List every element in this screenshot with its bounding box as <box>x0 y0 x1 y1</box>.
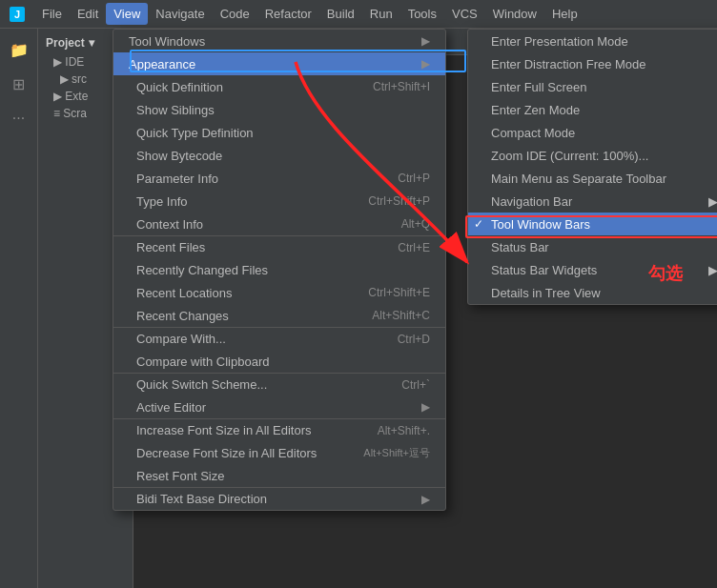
appearance-arrow: ▶ <box>421 57 430 71</box>
increase-font-shortcut: Alt+Shift+. <box>378 424 430 437</box>
view-compare-clipboard-item[interactable]: Compare with Clipboard <box>113 350 445 373</box>
compare-with-shortcut: Ctrl+D <box>398 333 430 346</box>
submenu-details-tree-view[interactable]: Details in Tree View <box>468 281 717 304</box>
type-info-label: Type Info <box>136 194 187 209</box>
context-info-label: Context Info <box>136 217 203 232</box>
compact-mode-label: Compact Mode <box>491 126 575 140</box>
view-show-bytecode-item[interactable]: Show Bytecode <box>113 144 445 167</box>
submenu-distraction-free[interactable]: Enter Distraction Free Mode <box>468 52 717 75</box>
view-show-siblings-item[interactable]: Show Siblings <box>113 98 445 121</box>
status-bar-widgets-label: Status Bar Widgets <box>491 263 597 277</box>
tool-windows-arrow: ▶ <box>421 34 430 48</box>
recent-files-shortcut: Ctrl+E <box>398 241 430 254</box>
navigation-bar-label: Navigation Bar <box>491 194 572 209</box>
submenu-zoom-ide[interactable]: Zoom IDE (Current: 100%)... <box>468 144 717 167</box>
bidi-label: Bidi Text Base Direction <box>136 492 267 506</box>
tool-window-bars-label: Tool Window Bars <box>491 217 590 232</box>
recent-locations-shortcut: Ctrl+Shift+E <box>368 286 430 299</box>
type-info-shortcut: Ctrl+Shift+P <box>368 194 430 208</box>
distraction-free-label: Enter Distraction Free Mode <box>491 57 646 71</box>
recent-locations-label: Recent Locations <box>136 286 232 300</box>
full-screen-label: Enter Full Screen <box>491 80 586 94</box>
reset-font-label: Reset Font Size <box>136 469 225 483</box>
context-info-shortcut: Alt+Q <box>401 217 430 231</box>
view-bidi-item[interactable]: Bidi Text Base Direction ▶ <box>113 487 445 510</box>
recent-files-label: Recent Files <box>136 240 205 254</box>
submenu-status-bar-widgets[interactable]: Status Bar Widgets ▶ <box>468 258 717 281</box>
view-param-info-item[interactable]: Parameter Info Ctrl+P <box>113 167 445 190</box>
view-appearance-item[interactable]: Appearance ▶ <box>113 52 445 75</box>
quick-type-label: Quick Type Definition <box>136 126 254 140</box>
compare-with-label: Compare With... <box>136 332 226 346</box>
view-quick-def-item[interactable]: Quick Definition Ctrl+Shift+I <box>113 75 445 98</box>
view-compare-with-item[interactable]: Compare With... Ctrl+D <box>113 327 445 350</box>
view-increase-font-item[interactable]: Increase Font Size in All Editors Alt+Sh… <box>113 418 445 441</box>
show-siblings-label: Show Siblings <box>136 103 215 117</box>
increase-font-label: Increase Font Size in All Editors <box>136 423 312 437</box>
appearance-label: Appearance <box>129 57 195 71</box>
param-info-label: Parameter Info <box>136 172 218 186</box>
quick-def-shortcut: Ctrl+Shift+I <box>373 80 430 93</box>
quick-switch-shortcut: Ctrl+` <box>401 378 430 392</box>
dropdown-overlay: Tool Windows ▶ Appearance ▶ Quick Defini… <box>0 0 717 588</box>
decrease-font-shortcut: Alt+Shift+逗号 <box>363 446 430 460</box>
view-recently-changed-item[interactable]: Recently Changed Files <box>113 258 445 281</box>
bidi-arrow: ▶ <box>421 493 430 506</box>
submenu-status-bar[interactable]: Status Bar <box>468 235 717 258</box>
view-type-info-item[interactable]: Type Info Ctrl+Shift+P <box>113 190 445 213</box>
view-reset-font-item[interactable]: Reset Font Size <box>113 464 445 487</box>
active-editor-arrow: ▶ <box>421 400 430 414</box>
presentation-mode-label: Enter Presentation Mode <box>491 34 628 49</box>
quick-switch-label: Quick Switch Scheme... <box>136 377 267 392</box>
details-tree-view-label: Details in Tree View <box>491 286 601 300</box>
recent-changes-label: Recent Changes <box>136 309 229 323</box>
zen-mode-label: Enter Zen Mode <box>491 103 580 117</box>
view-recent-files-item[interactable]: Recent Files Ctrl+E <box>113 235 445 258</box>
status-bar-widgets-arrow: ▶ <box>708 263 717 277</box>
submenu-navigation-bar[interactable]: Navigation Bar ▶ <box>468 190 717 213</box>
submenu-main-menu-toolbar[interactable]: Main Menu as Separate Toolbar <box>468 167 717 190</box>
tool-windows-label: Tool Windows <box>129 34 205 49</box>
appearance-submenu: Enter Presentation Mode Enter Distractio… <box>467 29 717 305</box>
submenu-full-screen[interactable]: Enter Full Screen <box>468 75 717 98</box>
view-tool-windows-item[interactable]: Tool Windows ▶ <box>113 30 445 52</box>
decrease-font-label: Decrease Font Size in All Editors <box>136 446 317 460</box>
view-recent-changes-item[interactable]: Recent Changes Alt+Shift+C <box>113 304 445 327</box>
tool-window-bars-checkmark: ✓ <box>474 217 483 231</box>
active-editor-label: Active Editor <box>136 400 206 415</box>
view-active-editor-item[interactable]: Active Editor ▶ <box>113 395 445 418</box>
submenu-tool-window-bars[interactable]: ✓ Tool Window Bars <box>468 213 717 235</box>
view-quick-type-item[interactable]: Quick Type Definition <box>113 121 445 144</box>
recently-changed-label: Recently Changed Files <box>136 263 268 277</box>
nav-bar-arrow: ▶ <box>708 194 717 209</box>
compare-clipboard-label: Compare with Clipboard <box>136 355 269 369</box>
view-quick-switch-item[interactable]: Quick Switch Scheme... Ctrl+` <box>113 373 445 395</box>
submenu-compact-mode[interactable]: Compact Mode <box>468 121 717 144</box>
main-menu-toolbar-label: Main Menu as Separate Toolbar <box>491 172 666 186</box>
param-info-shortcut: Ctrl+P <box>398 172 430 185</box>
quick-def-label: Quick Definition <box>136 80 223 94</box>
status-bar-label: Status Bar <box>491 240 549 254</box>
submenu-presentation-mode[interactable]: Enter Presentation Mode <box>468 30 717 52</box>
submenu-zen-mode[interactable]: Enter Zen Mode <box>468 98 717 121</box>
view-decrease-font-item[interactable]: Decrease Font Size in All Editors Alt+Sh… <box>113 441 445 464</box>
show-bytecode-label: Show Bytecode <box>136 149 222 163</box>
view-menu-dropdown: Tool Windows ▶ Appearance ▶ Quick Defini… <box>113 29 446 511</box>
view-context-info-item[interactable]: Context Info Alt+Q <box>113 213 445 235</box>
zoom-ide-label: Zoom IDE (Current: 100%)... <box>491 149 648 163</box>
view-recent-locations-item[interactable]: Recent Locations Ctrl+Shift+E <box>113 281 445 304</box>
recent-changes-shortcut: Alt+Shift+C <box>372 309 430 322</box>
